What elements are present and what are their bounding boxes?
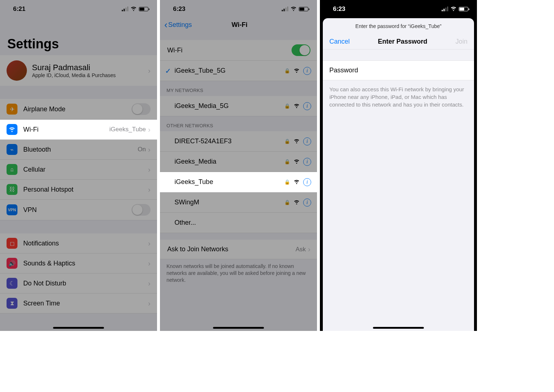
- password-hint: You can also access this Wi-Fi network b…: [323, 80, 474, 113]
- wifi-toggle-label: Wi-Fi: [167, 47, 292, 54]
- battery-icon: [299, 7, 308, 11]
- chevron-right-icon: ›: [148, 145, 150, 154]
- ask-label: Ask to Join Networks: [167, 245, 296, 253]
- password-sheet: Enter the password for “iGeeks_Tube” Can…: [323, 18, 474, 331]
- battery-icon: [459, 7, 468, 11]
- row-screentime[interactable]: ⧗ Screen Time ›: [0, 293, 157, 313]
- info-icon[interactable]: i: [303, 67, 311, 75]
- network-name: DIRECT-524A1EF3: [174, 137, 284, 145]
- screen-settings: 6:21 Settings Suraj Padmasali Apple ID, …: [0, 0, 157, 331]
- cellular-icon: ⩍: [7, 164, 17, 175]
- wifi-status-icon: [450, 5, 457, 13]
- label-bluetooth: Bluetooth: [23, 146, 138, 153]
- row-wifi-toggle: Wi-Fi: [160, 40, 317, 61]
- chevron-right-icon: ›: [148, 299, 150, 308]
- chevron-right-icon: ›: [148, 259, 150, 268]
- section-other-networks: OTHER NETWORKS: [160, 116, 317, 131]
- info-icon[interactable]: i: [303, 158, 311, 166]
- network-name: iGeeks_Tube: [174, 178, 284, 186]
- sounds-icon: 🔊: [7, 258, 17, 269]
- label-cellular: Cellular: [23, 166, 148, 173]
- label-hotspot: Personal Hotspot: [23, 186, 148, 193]
- row-other-network[interactable]: Other...: [160, 213, 317, 233]
- screentime-icon: ⧗: [7, 298, 17, 309]
- row-dnd[interactable]: ☾ Do Not Disturb ›: [0, 273, 157, 293]
- profile-sub: Apple ID, iCloud, Media & Purchases: [32, 72, 148, 78]
- row-hotspot[interactable]: ⛓ Personal Hotspot ›: [0, 180, 157, 200]
- wifi-icon: [294, 68, 300, 74]
- join-button[interactable]: Join: [455, 38, 467, 45]
- row-network[interactable]: SWingM 🔒i: [160, 192, 317, 213]
- row-ask-to-join[interactable]: Ask to Join Networks Ask ›: [160, 240, 317, 259]
- home-indicator: [373, 327, 424, 329]
- signal-icon: [442, 7, 448, 11]
- status-time: 6:23: [173, 5, 185, 13]
- label-sounds: Sounds & Haptics: [23, 260, 148, 267]
- password-row[interactable]: Password: [323, 60, 474, 80]
- label-airplane: Airplane Mode: [23, 105, 132, 113]
- label-screentime: Screen Time: [23, 300, 148, 307]
- back-button[interactable]: ‹Settings: [164, 19, 192, 31]
- status-bar: 6:21: [0, 0, 157, 16]
- toggle-airplane[interactable]: [132, 103, 150, 115]
- home-indicator: [53, 327, 104, 329]
- info-icon[interactable]: i: [303, 102, 311, 110]
- home-indicator: [213, 327, 264, 329]
- hotspot-icon: ⛓: [7, 184, 17, 195]
- cancel-button[interactable]: Cancel: [329, 38, 350, 45]
- dnd-icon: ☾: [7, 278, 17, 289]
- row-network[interactable]: DIRECT-524A1EF3 🔒i: [160, 131, 317, 152]
- nav-bar: ‹Settings Wi-Fi: [160, 16, 317, 33]
- lock-icon: 🔒: [284, 139, 290, 144]
- bluetooth-icon: ⌁: [7, 144, 17, 155]
- wifi-value: iGeeks_Tube: [109, 126, 146, 133]
- row-wifi[interactable]: Wi-Fi iGeeks_Tube ›: [0, 120, 157, 140]
- airplane-icon: ✈: [7, 104, 17, 115]
- label-wifi: Wi-Fi: [23, 126, 109, 133]
- chevron-right-icon: ›: [148, 125, 150, 134]
- signal-icon: [282, 7, 288, 11]
- toggle-vpn[interactable]: [132, 204, 150, 216]
- lock-icon: 🔒: [284, 68, 290, 73]
- info-icon[interactable]: i: [303, 178, 311, 186]
- status-bar: 6:23: [160, 0, 317, 16]
- row-sounds[interactable]: 🔊 Sounds & Haptics ›: [0, 253, 157, 273]
- lock-icon: 🔒: [284, 179, 290, 185]
- label-notifications: Notifications: [23, 240, 148, 247]
- wifi-status-icon: [131, 5, 137, 13]
- ask-value: Ask: [296, 246, 306, 253]
- status-time: 6:21: [13, 5, 25, 13]
- row-connected-network[interactable]: ✓ iGeeks_Tube_5G 🔒 i: [160, 61, 317, 81]
- network-name: iGeeks_Media: [174, 158, 284, 165]
- status-bar: 6:23: [320, 0, 477, 16]
- screen-enter-password: 6:23 Enter the password for “iGeeks_Tube…: [320, 0, 477, 331]
- row-network[interactable]: iGeeks_Media_5G 🔒 i: [160, 96, 317, 116]
- row-network-selected[interactable]: iGeeks_Tube 🔒i: [160, 172, 317, 192]
- info-icon[interactable]: i: [303, 199, 311, 207]
- wifi-icon: [294, 103, 300, 109]
- status-time: 6:23: [333, 5, 345, 13]
- wifi-icon: [294, 199, 300, 205]
- row-cellular[interactable]: ⩍ Cellular ›: [0, 160, 157, 180]
- row-bluetooth[interactable]: ⌁ Bluetooth On ›: [0, 140, 157, 160]
- vpn-icon: VPN: [7, 204, 17, 215]
- apple-id-row[interactable]: Suraj Padmasali Apple ID, iCloud, Media …: [0, 55, 157, 86]
- nav-title: Wi-Fi: [192, 21, 287, 29]
- toggle-wifi[interactable]: [292, 44, 310, 56]
- label-dnd: Do Not Disturb: [23, 280, 148, 287]
- info-icon[interactable]: i: [303, 137, 311, 145]
- battery-icon: [139, 7, 148, 11]
- row-network[interactable]: iGeeks_Media 🔒i: [160, 152, 317, 172]
- row-airplane-mode[interactable]: ✈ Airplane Mode: [0, 99, 157, 120]
- network-name: iGeeks_Media_5G: [174, 102, 284, 110]
- profile-name: Suraj Padmasali: [32, 63, 148, 72]
- other-label: Other...: [174, 219, 311, 227]
- lock-icon: 🔒: [284, 159, 290, 164]
- sheet-subtitle: Enter the password for “iGeeks_Tube”: [323, 18, 474, 34]
- row-vpn[interactable]: VPN VPN: [0, 200, 157, 220]
- row-notifications[interactable]: ◻ Notifications ›: [0, 233, 157, 253]
- avatar: [7, 60, 27, 81]
- chevron-right-icon: ›: [148, 165, 150, 174]
- wifi-icon: [294, 159, 300, 165]
- page-title: Settings: [0, 16, 157, 55]
